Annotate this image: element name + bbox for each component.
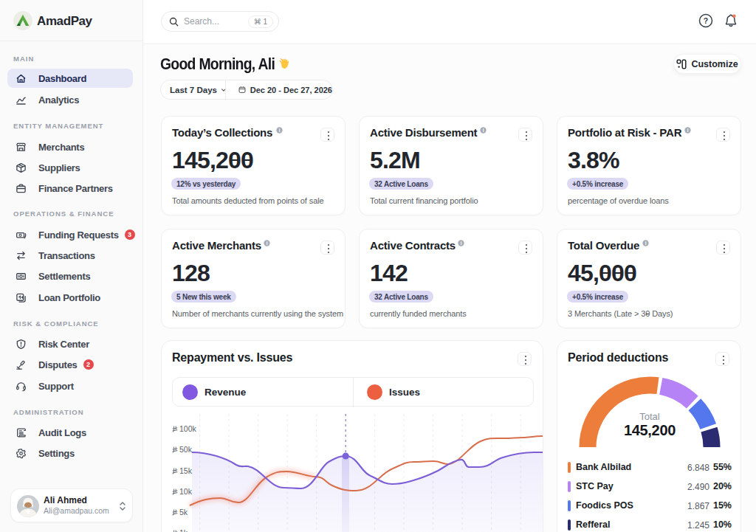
svg-text:i: i [645,241,647,246]
svg-text:i: i [279,128,281,133]
svg-text:i: i [483,128,484,133]
svg-text:i: i [461,241,462,246]
svg-text:?: ? [704,16,708,25]
svg-text:i: i [267,241,268,246]
svg-text:i: i [687,128,689,133]
